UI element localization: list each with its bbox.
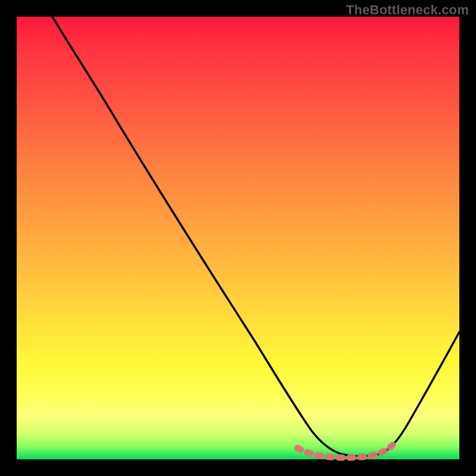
plot-area [17,17,459,459]
chart-container: TheBottleneck.com [0,0,476,476]
watermark-text: TheBottleneck.com [346,2,469,18]
bottleneck-curve-line [52,17,459,456]
chart-svg [17,17,459,459]
